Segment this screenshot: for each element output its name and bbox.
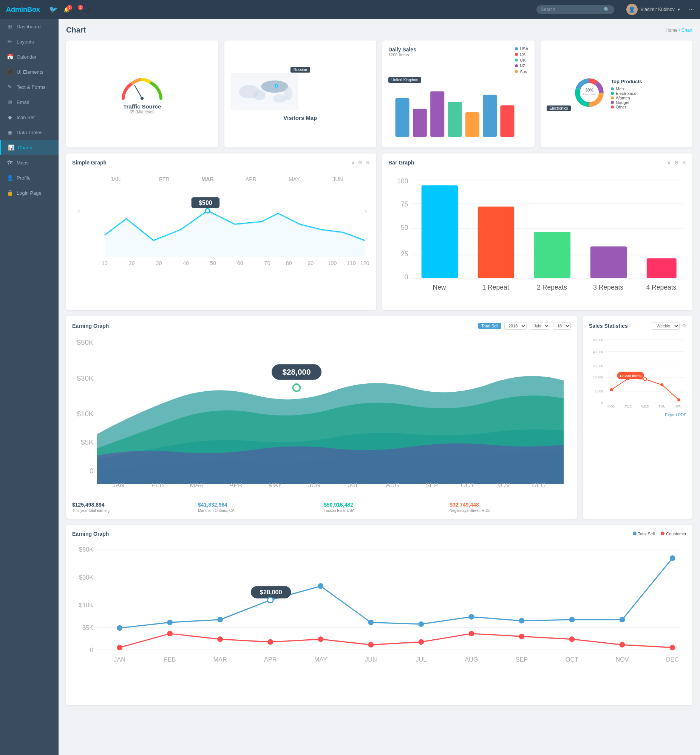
brand-logo: AdminBox [6, 6, 40, 14]
bar-collapse-icon[interactable]: ∨ [667, 160, 671, 166]
svg-rect-12 [430, 91, 444, 137]
close-icon[interactable]: ✕ [366, 160, 370, 166]
icon-set-icon: ◆ [7, 114, 13, 120]
svg-text:$50K: $50K [79, 545, 93, 552]
stat-total: $125,498,894 This year total earning [72, 502, 194, 513]
sidebar-item-label: Charts [18, 145, 32, 150]
search-icon: 🔍 [604, 7, 610, 13]
year-select[interactable]: 2016 [504, 322, 527, 330]
svg-text:AUG: AUG [465, 656, 478, 663]
svg-point-140 [318, 636, 323, 642]
earning-line-chart-card: Earning Graph Total Sell Coustomer $50K … [66, 525, 692, 705]
text-forms-icon: ✎ [7, 84, 13, 90]
stat-ca-value: $41,832,964 [198, 502, 319, 508]
messages-badge: 2 [78, 5, 83, 10]
svg-point-4 [253, 90, 265, 100]
sidebar-item-text-forms[interactable]: ✎ Text & Forms [0, 79, 59, 94]
month-select[interactable]: July [530, 322, 550, 330]
svg-text:FRI: FRI [676, 404, 681, 408]
svg-point-147 [670, 645, 675, 650]
svg-text:10,000 Items: 10,000 Items [620, 374, 642, 378]
notifications-button[interactable]: 🔔 9 [64, 7, 70, 13]
count-select[interactable]: 18 [553, 322, 571, 330]
svg-text:30%: 30% [585, 88, 594, 92]
breadcrumb-current: Chart [681, 28, 692, 33]
svg-rect-16 [500, 105, 514, 137]
earning-row: Earning Graph Total Sell 2016 July 18 $5… [66, 316, 692, 519]
sidebar-item-label: Profile [17, 175, 31, 181]
svg-point-23 [582, 85, 597, 100]
simple-graph-title: Simple Graph [72, 160, 106, 166]
daily-sales-legend: USA CA UK NZ Aus [515, 47, 528, 74]
svg-text:$10K: $10K [79, 601, 93, 608]
sidebar-item-ui-elements[interactable]: ⬛ UI Elements [0, 64, 59, 79]
svg-text:100: 100 [328, 260, 337, 266]
svg-text:3 Repeats: 3 Repeats [593, 284, 623, 291]
svg-text:FEB: FEB [159, 176, 170, 182]
svg-text:MAY: MAY [314, 656, 327, 663]
sidebar-item-maps[interactable]: 🗺 Maps [0, 155, 59, 170]
svg-point-5 [261, 80, 288, 92]
daily-sales-card: Daily Sales 1200 Items USA CA UK NZ Aus [382, 41, 534, 147]
brand-name-second: Box [27, 6, 40, 13]
svg-rect-63 [591, 246, 627, 278]
svg-text:110: 110 [347, 260, 356, 266]
total-sell-badge[interactable]: Total Sell [478, 323, 501, 329]
stat-ca-label: Markham Ontario, CA [198, 509, 319, 513]
svg-text:60,000: 60,000 [593, 338, 603, 342]
bar-settings-icon[interactable]: ⚙ [674, 160, 679, 166]
svg-text:MAY: MAY [289, 176, 300, 182]
svg-marker-34 [105, 211, 365, 257]
sidebar-item-layouts[interactable]: ✏ Layouts [0, 34, 59, 49]
sidebar-item-label: Dashboard [17, 24, 41, 30]
sidebar-item-login[interactable]: 🔒 Login Page [0, 185, 59, 200]
earning-graph-card: Earning Graph Total Sell 2016 July 18 $5… [66, 316, 577, 519]
settings-button[interactable]: ⚙ [87, 7, 92, 13]
sidebar-item-icon-set[interactable]: ◆ Icon Set [0, 110, 59, 125]
svg-point-141 [368, 642, 373, 648]
sidebar-item-data-tables[interactable]: ▦ Data Tables [0, 125, 59, 140]
donut-chart: Electronics [547, 75, 607, 113]
svg-text:40,000: 40,000 [593, 350, 603, 354]
svg-text:FEB: FEB [152, 482, 164, 489]
user-menu[interactable]: 👤 Vladimir Kudinov ▾ [627, 4, 680, 15]
svg-text:30: 30 [156, 260, 162, 266]
svg-text:TUE: TUE [625, 404, 631, 408]
sidebar-item-profile[interactable]: 👤 Profile [0, 170, 59, 185]
svg-text:›: › [365, 207, 367, 215]
svg-text:FEB: FEB [164, 656, 176, 663]
messages-button[interactable]: ✉ 2 [76, 7, 80, 13]
sales-settings-icon[interactable]: ⚙ [682, 323, 686, 329]
more-options-button[interactable]: ··· [689, 6, 694, 13]
settings-icon[interactable]: ⚙ [358, 160, 362, 166]
svg-point-1 [141, 97, 144, 100]
period-select[interactable]: Weekly [652, 322, 680, 330]
svg-line-0 [134, 85, 142, 98]
bottom-chart-title: Earning Graph [72, 531, 109, 537]
layouts-icon: ✏ [7, 39, 13, 45]
sidebar-item-label: Login Page [17, 190, 42, 196]
svg-point-9 [284, 86, 292, 100]
svg-text:Popular Items: Popular Items [583, 93, 595, 95]
sidebar-item-charts[interactable]: 📊 Charts [0, 140, 59, 155]
svg-text:90: 90 [308, 260, 314, 266]
simple-graph-card: Simple Graph ∨ ⚙ ✕ JAN FEB MAR APR MA [66, 154, 376, 310]
sidebar-item-label: Calender [17, 54, 37, 60]
svg-point-7 [275, 85, 277, 86]
bar-close-icon[interactable]: ✕ [682, 160, 686, 166]
sidebar-item-email[interactable]: ✉ Email [0, 94, 59, 110]
svg-text:JAN: JAN [110, 176, 120, 182]
export-pdf-button[interactable]: Export PDF [589, 412, 686, 417]
svg-point-137 [167, 631, 173, 636]
breadcrumb-home[interactable]: Home [666, 28, 678, 33]
breadcrumb: Home / Chart [666, 28, 692, 33]
sidebar-item-calender[interactable]: 📅 Calender [0, 49, 59, 64]
login-icon: 🔒 [7, 190, 13, 196]
svg-point-143 [469, 631, 475, 636]
search-input[interactable] [541, 7, 602, 12]
svg-text:$10K: $10K [77, 410, 94, 418]
sidebar-item-dashboard[interactable]: ⊞ Dashboard [0, 19, 59, 34]
svg-point-136 [117, 645, 122, 650]
top-cards-row: Traffic Source 65 (Mid level) Russian [66, 41, 692, 147]
collapse-icon[interactable]: ∨ [351, 160, 355, 166]
